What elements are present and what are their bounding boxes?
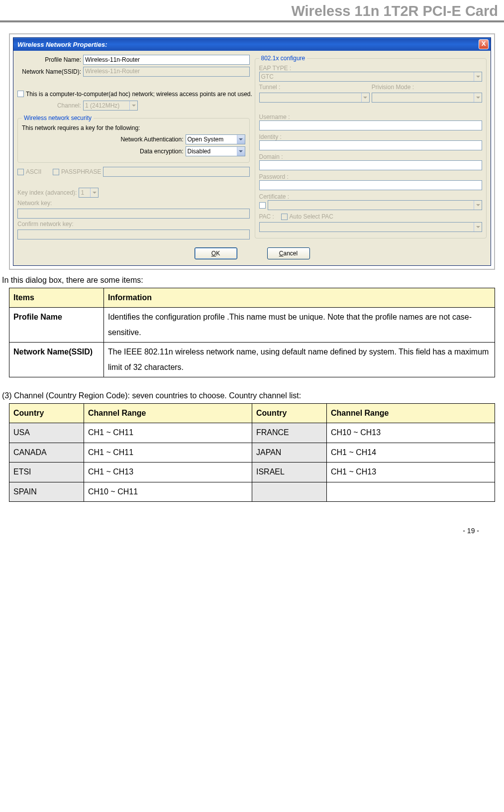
page-number: - 19 - bbox=[0, 502, 504, 535]
chevron-down-icon[interactable] bbox=[237, 147, 245, 156]
item-info: The IEEE 802.11n wireless network name, … bbox=[104, 343, 495, 377]
ch-h2: Channel Range bbox=[84, 403, 252, 423]
encryption-label: Data encryption: bbox=[22, 148, 184, 155]
passphrase-checkbox bbox=[53, 169, 59, 175]
tunnel-label: Tunnel : bbox=[259, 84, 370, 91]
channel-label: Channel: bbox=[17, 102, 81, 109]
items-header-2: Information bbox=[104, 288, 495, 308]
passphrase-input bbox=[103, 167, 249, 177]
profile-name-label: Profile Name: bbox=[17, 56, 81, 63]
chevron-down-icon bbox=[90, 188, 98, 197]
ssid-input: Wireless-11n-Router bbox=[83, 67, 250, 77]
right-pane: 802.1x configure EAP TYPE : GTC Tunnel :… bbox=[255, 55, 487, 242]
table-row: SPAIN CH10 ~ CH11 bbox=[9, 482, 495, 501]
certificate-checkbox bbox=[259, 202, 266, 209]
security-legend: Wireless network security bbox=[22, 115, 94, 121]
ch-h4: Channel Range bbox=[327, 403, 495, 423]
ssid-label: Network Name(SSID): bbox=[17, 68, 81, 75]
item-name: Network Name(SSID) bbox=[9, 343, 104, 377]
eap-select: GTC bbox=[259, 72, 483, 82]
items-header-1: Items bbox=[9, 288, 104, 308]
titlebar: Wireless Network Properties: X bbox=[13, 38, 491, 51]
confirmkey-input bbox=[17, 230, 250, 239]
encryption-value: Disabled bbox=[188, 148, 211, 155]
cancel-button[interactable]: Cancel bbox=[267, 247, 310, 259]
page-header: Wireless 11n 1T2R PCI-E Card bbox=[0, 0, 504, 22]
certificate-select bbox=[268, 200, 483, 210]
ok-button[interactable]: OK bbox=[195, 247, 237, 259]
domain-label: Domain : bbox=[259, 153, 483, 160]
8021x-group: 802.1x configure EAP TYPE : GTC Tunnel :… bbox=[255, 55, 487, 238]
wireless-properties-dialog: Wireless Network Properties: X Profile N… bbox=[13, 37, 491, 266]
eap-value: GTC bbox=[261, 73, 274, 80]
auth-value: Open System bbox=[188, 136, 224, 143]
ascii-label: ASCII bbox=[26, 168, 51, 175]
items-table: Items Information Profile Name Identifie… bbox=[9, 288, 495, 377]
identity-input bbox=[259, 140, 483, 150]
item-name: Profile Name bbox=[9, 308, 104, 343]
networkkey-input bbox=[17, 209, 250, 219]
eap-label: EAP TYPE : bbox=[259, 65, 483, 72]
table-row: Profile Name Identifies the configuratio… bbox=[9, 308, 495, 343]
username-label: Username : bbox=[259, 114, 483, 120]
password-input bbox=[259, 180, 483, 190]
networkkey-label: Network key: bbox=[17, 200, 52, 207]
table-row: CANADA CH1 ~ CH11 JAPAN CH1 ~ CH14 bbox=[9, 443, 495, 462]
keyindex-label: Key index (advanced): bbox=[17, 189, 77, 196]
table-row: ETSI CH1 ~ CH13 ISRAEL CH1 ~ CH13 bbox=[9, 463, 495, 482]
provision-label: Privision Mode : bbox=[372, 84, 482, 91]
channel-value: 1 (2412MHz) bbox=[85, 102, 119, 109]
section3-text: (3) Channel (Country Region Code): seven… bbox=[2, 391, 504, 400]
encryption-select[interactable]: Disabled bbox=[186, 146, 245, 156]
close-icon[interactable]: X bbox=[479, 39, 489, 49]
table-row: Network Name(SSID) The IEEE 802.11n wire… bbox=[9, 343, 495, 377]
channel-table: Country Channel Range Country Channel Ra… bbox=[9, 403, 495, 502]
certificate-label: Certificate : bbox=[259, 193, 483, 200]
auth-label: Network Authentication: bbox=[22, 136, 184, 143]
page-title: Wireless 11n 1T2R PCI-E Card bbox=[0, 3, 498, 19]
chevron-down-icon bbox=[361, 93, 369, 102]
chevron-down-icon[interactable] bbox=[237, 135, 245, 144]
confirmkey-label: Confirm network key: bbox=[17, 221, 74, 228]
keyindex-value: 1 bbox=[81, 189, 84, 196]
adhoc-label: This is a computer-to-computer(ad hoc) n… bbox=[26, 91, 252, 98]
auth-select[interactable]: Open System bbox=[186, 134, 245, 144]
keyindex-select: 1 bbox=[79, 188, 99, 198]
profile-name-input[interactable] bbox=[83, 55, 250, 65]
chevron-down-icon bbox=[474, 93, 482, 102]
identity-label: Identity : bbox=[259, 133, 483, 140]
item-info: Identifies the configuration profile .Th… bbox=[104, 308, 495, 343]
chevron-down-icon bbox=[474, 223, 482, 232]
security-note: This network requires a key for the foll… bbox=[22, 124, 245, 131]
table-row: USA CH1 ~ CH11 FRANCE CH10 ~ CH13 bbox=[9, 423, 495, 443]
chevron-down-icon bbox=[474, 201, 482, 210]
ascii-checkbox bbox=[17, 169, 24, 175]
pac-select bbox=[259, 222, 483, 232]
security-group: Wireless network security This network r… bbox=[17, 115, 250, 163]
autopac-checkbox bbox=[281, 214, 288, 220]
provision-select bbox=[372, 93, 482, 103]
left-pane: Profile Name: Network Name(SSID): Wirele… bbox=[17, 55, 250, 242]
domain-input bbox=[259, 160, 483, 170]
channel-select: 1 (2412MHz) bbox=[83, 101, 138, 111]
dialog-title: Wireless Network Properties: bbox=[17, 41, 107, 48]
adhoc-checkbox[interactable] bbox=[17, 91, 24, 97]
ch-h3: Country bbox=[252, 403, 327, 423]
pac-label: PAC : bbox=[259, 213, 279, 220]
chevron-down-icon bbox=[129, 101, 137, 110]
ch-h1: Country bbox=[9, 403, 84, 423]
chevron-down-icon bbox=[474, 72, 482, 81]
username-input bbox=[259, 120, 483, 130]
password-label: Password : bbox=[259, 173, 483, 180]
intro-text: In this dialog box, there are some items… bbox=[2, 276, 504, 285]
screenshot-frame: Wireless Network Properties: X Profile N… bbox=[9, 33, 495, 270]
button-row: OK Cancel bbox=[13, 243, 491, 265]
passphrase-label: PASSPHRASE bbox=[61, 168, 101, 175]
autopac-label: Auto Select PAC bbox=[290, 213, 334, 220]
tunnel-select bbox=[259, 93, 370, 103]
8021x-legend: 802.1x configure bbox=[259, 55, 307, 62]
